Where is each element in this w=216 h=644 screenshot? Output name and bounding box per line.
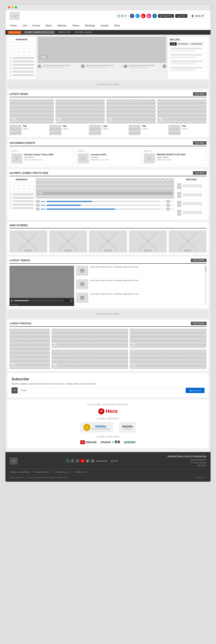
story-card-5[interactable]: ✕ IMAGE 5 [169,230,206,252]
instagram-icon[interactable]: ◉ [147,14,151,18]
match-item-3[interactable] [176,200,206,208]
site-logo[interactable]: LOGO [10,12,20,20]
news-card-sm-2[interactable]: Title subtitle [106,99,156,124]
video-player[interactable] [10,266,74,298]
story-card-3[interactable]: ✕ IMAGE 3 [89,230,127,252]
match-card-1[interactable] [170,47,207,52]
tab-completed[interactable]: COMPLETED [189,42,203,46]
nav-events[interactable]: Events [32,22,41,30]
news-bottom-3[interactable]: 1 title subtitle [89,125,127,135]
news-bottom-5[interactable]: Title subtitle [168,125,206,135]
nav-awards[interactable]: Awards [100,22,110,30]
footer-instagram-icon[interactable]: ◉ [86,459,90,463]
news-card-large-1[interactable]: Title subtitle [10,99,54,124]
email-input[interactable] [19,388,184,393]
google-play-button[interactable]: ▶ Google Play [158,14,174,18]
nav-live[interactable]: Live [22,22,28,30]
photo-mid-top[interactable]: Title subtitle [51,329,128,348]
news-card-sm-1[interactable]: Title subtitle [56,99,105,124]
story-card-1[interactable]: ✕ IMAGE 1 [10,230,47,252]
video-item-3[interactable]: ▶ Lorem ipsum dolor sit amet, consectetu… [76,293,203,304]
latest-videos-section: LATEST VIDEOS VIEW MORE ▶ 0.0 🔊 00:00:00 [8,257,208,308]
video-item-2[interactable]: ▶ Lorem ipsum dolor sit amet, consectetu… [76,279,203,291]
olympics-hero[interactable]: Title subtitle [36,178,174,198]
event-card-1[interactable]: EVENT 1 ✕ Olympic Games Tokyo 2020 Tokyo… [10,148,74,165]
videos-view-more-button[interactable]: VIEW MORE [191,259,206,262]
footer-facebook-icon[interactable]: f [70,459,74,463]
footer-email-address[interactable]: info@fih.ch [197,476,206,478]
hot-topic-olympics[interactable]: OLYMPIC GAMES TOKYO 2020 [23,31,55,34]
footer-twitter-icon[interactable]: t [75,459,79,463]
news-bottom-1[interactable]: Title subtitle [10,125,48,135]
footer-linkedin-icon[interactable]: in [91,459,95,463]
photo-mid-bot[interactable]: Title subtitle [51,350,128,369]
volume-icon[interactable]: 🔊 [70,300,72,302]
nav-rankings[interactable]: Rankings [84,22,96,30]
video-progress-bar[interactable] [14,300,63,301]
footer-legal-notice[interactable]: LEGAL NOTICE [10,476,23,478]
footer-app-store[interactable]: App Store [110,459,119,463]
linkedin-icon[interactable]: in [152,14,157,18]
match-card-2[interactable] [170,53,207,59]
news-bottom-4[interactable]: Title subtitle [129,125,167,135]
footer-nav-privacy[interactable]: PRIVACY POLICY [35,471,50,473]
app-store-button[interactable]: App Store [175,14,187,18]
news-bottom-2[interactable]: Title subtitle [49,125,87,135]
footer-nav-terms[interactable]: TERMS & CONDITIONS [10,471,30,473]
footer-nav-cookie[interactable]: COOKIE POLICY [55,471,69,473]
thumb-item-3[interactable]: ≡ ▶ [124,64,166,68]
thumb-item-1[interactable]: 🔧 ≡ [38,64,80,68]
video-scrollbar[interactable] [205,266,206,306]
footer-youtube-icon[interactable]: ▶ [80,459,85,463]
photos-view-more-button[interactable]: VIEW MORE [191,322,206,325]
video-item-1[interactable]: ▶ Lorem ipsum dolor sit amet, consectetu… [76,266,203,278]
tab-live[interactable]: LIVE [170,42,177,46]
signup-button[interactable]: Sign up now [186,388,204,393]
footer-lang[interactable]: 🌐 [66,459,69,462]
facebook-icon[interactable]: f [130,14,134,18]
nav-teams[interactable]: Teams [71,22,80,30]
language-selector[interactable]: 🌐 EN ▼ [115,14,129,18]
nav-home[interactable]: Home [10,22,18,30]
news-view-more-button[interactable]: View More [193,92,206,96]
match-item-4[interactable] [176,209,206,216]
nav-news[interactable]: News [45,22,52,30]
match-item-2[interactable] [176,191,206,199]
twitter-icon[interactable]: t [136,14,140,18]
news-card-sm-3[interactable]: Title subtitle [157,99,206,124]
sign-up-button[interactable]: 👤 SIGN UP [188,14,206,18]
olympics-view-more-button[interactable]: View More [193,171,206,175]
hot-topic-worldcup[interactable]: WORLD CUP [57,31,72,34]
nav-matches[interactable]: Matches [57,22,67,30]
video-play-sm-1[interactable]: ▶ [80,269,84,273]
hot-topic-proleague[interactable]: FIH PRO LEAGUE [74,31,93,34]
nav-more[interactable]: More [114,22,121,30]
photo-large[interactable]: Title subtitle [10,329,50,369]
browser-dot-close[interactable] [8,6,10,8]
events-view-more-button[interactable]: View More [193,141,206,145]
match-item-1[interactable] [176,182,206,190]
footer-nav-contact[interactable]: CONTACT US [75,471,86,473]
video-play-button[interactable]: ▶ [11,300,13,302]
match-card-3[interactable] [170,60,207,65]
event-card-2[interactable]: EVENT 2 ✕ Lausanne 2021 Lausanne Septemb… [76,148,140,165]
story-card-4[interactable]: ✕ IMAGE 4 [129,230,167,252]
browser-dot-maximize[interactable] [15,6,17,8]
event-card-3[interactable]: EVENT 3 ✕ INDOOR WORLD CUP 2022 Liège, B… [142,148,206,165]
match-card-4[interactable] [170,66,207,72]
play-icon-2[interactable]: ▶ [81,64,85,68]
story-card-2[interactable]: ✕ IMAGE 2 [49,230,87,252]
photo-right-top[interactable]: Title subtitle [130,329,206,348]
supplier-dreamii: D DREAMII [80,440,96,444]
featured-hero[interactable]: Title subtitle [38,37,166,63]
video-play-sm-3[interactable]: ▶ [80,296,84,300]
browser-dot-minimize[interactable] [11,6,14,8]
thumb-item-2[interactable]: ▶ ✖ [81,64,123,68]
play-icon-3[interactable]: ▶ [163,64,166,68]
youtube-icon[interactable]: ▶ [141,14,146,18]
photo-right-bot[interactable]: Title subtitle [130,350,206,369]
tab-upcoming[interactable]: UPCOMING [177,42,189,46]
footer-google-play[interactable]: ▶ Google Play [96,459,109,463]
footer-logo[interactable]: Logo [10,458,18,464]
video-play-sm-2[interactable]: ▶ [80,282,84,286]
